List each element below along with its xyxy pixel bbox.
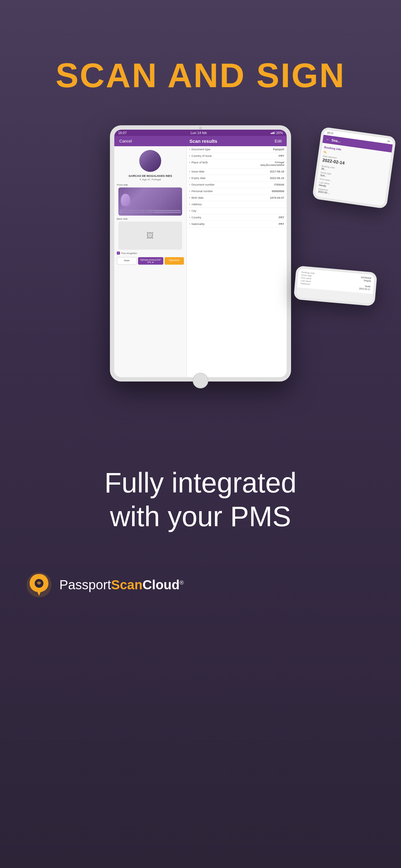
phone-top-right: 18:13 ▪▪▪ ← Sea... Booking info % Date s… — [312, 127, 396, 209]
back-side-label: Back side — [117, 217, 128, 220]
field-label: Expiry date — [189, 177, 205, 180]
last-name-label-2: Last name — [301, 279, 311, 282]
first-name-value-2 — [371, 283, 371, 285]
table-row: Document number I700044 — [187, 182, 287, 188]
field-label: City — [189, 209, 196, 213]
field-value: 1974-04-07 — [270, 196, 284, 199]
table-row: Birth date 1974-04-07 — [187, 195, 287, 201]
field-label: Issue date — [189, 170, 205, 173]
scan-content: GARCAO DE MAGALHAES INES F, Age 47, Port… — [114, 146, 287, 377]
right-panel: Document type Passport Country of issue … — [187, 146, 287, 377]
phone-bottom-right: Booking code D37562A8 Room type Singola … — [294, 266, 377, 306]
last-name-value-2: Smith — [365, 285, 370, 288]
field-value: 2022-06-16 — [270, 177, 284, 180]
phone-nav-title: Sea... — [331, 138, 341, 143]
bottom-line1: Fully integrated — [104, 467, 296, 498]
poor-recognition-checkbox[interactable]: ✓ Poor recognition — [117, 251, 137, 255]
person-info: F, Age 47, Portugal — [140, 178, 161, 181]
phone-battery: ▪▪▪ — [387, 140, 390, 143]
table-row: Nationality PRT — [187, 221, 287, 227]
image-placeholder-icon: 🖼 — [146, 231, 154, 240]
battery-level: 20% — [276, 131, 283, 135]
ipad-camera — [199, 127, 202, 130]
logo-section: PassportScanCloud® — [0, 558, 401, 612]
action-buttons: Scan Ejemplo privacy ESP (es) ▲ Signatur… — [117, 257, 184, 265]
logo-cloud: Cloud — [142, 578, 179, 592]
field-label: Nationality — [189, 222, 205, 226]
status-bar: 16:07 Lun 14 feb 20% — [114, 130, 287, 136]
svg-rect-3 — [274, 132, 274, 134]
ipad-home-button[interactable] — [193, 373, 208, 389]
ipad-mockup: 16:07 Lun 14 feb 20% Cancel Scan results… — [110, 125, 291, 381]
front-side-label: Front side — [117, 183, 128, 186]
poor-recognition-label: Poor recognition — [121, 252, 137, 254]
table-row: Expiry date 2022-06-16 — [187, 175, 287, 182]
back-icon[interactable]: ← — [326, 137, 330, 142]
ipad-screen: 16:07 Lun 14 feb 20% Cancel Scan results… — [114, 130, 287, 377]
booking-code-value-2: D37562A8 — [361, 276, 371, 279]
bottom-heading: Fully integrated with your PMS — [25, 466, 376, 533]
field-value: PRT — [278, 216, 284, 219]
departure-label-2: Departure — [300, 282, 310, 285]
scan-button[interactable]: Scan — [117, 257, 137, 265]
passport-face — [121, 194, 130, 206]
room-type-value-2: Singola — [364, 279, 371, 282]
field-label: Country of issue — [189, 154, 212, 157]
privacy-button[interactable]: Ejemplo privacy ESP (es) ▲ — [138, 257, 163, 265]
nav-title: Scan results — [189, 138, 217, 144]
table-row: Place of birth PortugalMAÇÃO•SANTARÉM — [187, 159, 287, 168]
svg-rect-0 — [271, 133, 271, 134]
bottom-text-section: Fully integrated with your PMS — [0, 441, 401, 558]
field-value: PRT — [278, 222, 284, 226]
checkbox-icon: ✓ — [117, 251, 120, 255]
mrz-line-2: 1700044CC9PRT7404076F22061619999999<<<<8… — [120, 212, 181, 213]
table-row: Personal number 99999999 — [187, 188, 287, 195]
logo-icon — [25, 571, 53, 599]
field-value: PRT — [278, 154, 284, 157]
status-signal: 20% — [271, 131, 283, 135]
logo-text: PassportScanCloud® — [59, 578, 183, 592]
table-row: Country PRT — [187, 214, 287, 221]
phone-content: Booking info % Date selection 2022-02-14… — [315, 143, 392, 206]
field-value: I700044 — [274, 183, 284, 186]
field-value: Passport — [273, 148, 284, 151]
status-date: Lun 14 feb — [191, 131, 207, 135]
hero-section: SCAN AND SIGN — [0, 0, 401, 113]
svg-rect-4 — [274, 131, 275, 134]
departure-value-2: 2022-02-17 — [359, 287, 370, 290]
mrz-line-1: P<PRTGARCAO<DE<MAGALHAES<INES<<<<<<<<<< — [120, 210, 181, 211]
avatar-image — [139, 150, 161, 172]
logo-scan: Scan — [111, 578, 142, 592]
table-row: Address — [187, 201, 287, 208]
field-label: Country — [189, 216, 201, 219]
table-row: Country of issue PRT — [187, 153, 287, 159]
passport-front-image: P<PRTGARCAO<DE<MAGALHAES<INES<<<<<<<<<< … — [119, 187, 182, 216]
field-label: Birth date — [189, 196, 204, 199]
phone-bottom-inner: Booking code D37562A8 Room type Singola … — [294, 266, 377, 306]
field-label: Place of birth — [189, 161, 208, 164]
table-row: City — [187, 208, 287, 214]
devices-container: 16:07 Lun 14 feb 20% Cancel Scan results… — [0, 113, 401, 441]
svg-rect-2 — [273, 132, 273, 134]
mrz-lines: P<PRTGARCAO<DE<MAGALHAES<INES<<<<<<<<<< … — [120, 210, 181, 214]
nav-cancel-btn[interactable]: Cancel — [119, 139, 132, 144]
phone-top-right-inner: 18:13 ▪▪▪ ← Sea... Booking info % Date s… — [312, 127, 396, 209]
left-panel: GARCAO DE MAGALHAES INES F, Age 47, Port… — [114, 146, 187, 377]
passport-back-image: 🖼 — [119, 221, 182, 250]
svg-rect-1 — [272, 132, 272, 134]
table-row: Issue date 2017-08-18 — [187, 168, 287, 175]
signature-button[interactable]: Signature — [165, 257, 184, 265]
status-time: 16:07 — [118, 131, 127, 135]
field-label: Personal number — [189, 190, 213, 193]
nav-bar: Cancel Scan results Edit — [114, 136, 287, 146]
nav-edit-btn[interactable]: Edit — [275, 139, 282, 144]
field-value: 99999999 — [272, 190, 284, 193]
first-name-label-2: First name — [301, 277, 312, 280]
field-value: 2017-08-18 — [270, 170, 284, 173]
phone-time: 18:13 — [327, 131, 333, 135]
field-label: Document type — [189, 148, 210, 151]
logo-registered: ® — [179, 580, 183, 586]
hero-title: SCAN AND SIGN — [0, 56, 401, 94]
field-label: Address — [189, 203, 202, 206]
table-row: Document type Passport — [187, 146, 287, 153]
